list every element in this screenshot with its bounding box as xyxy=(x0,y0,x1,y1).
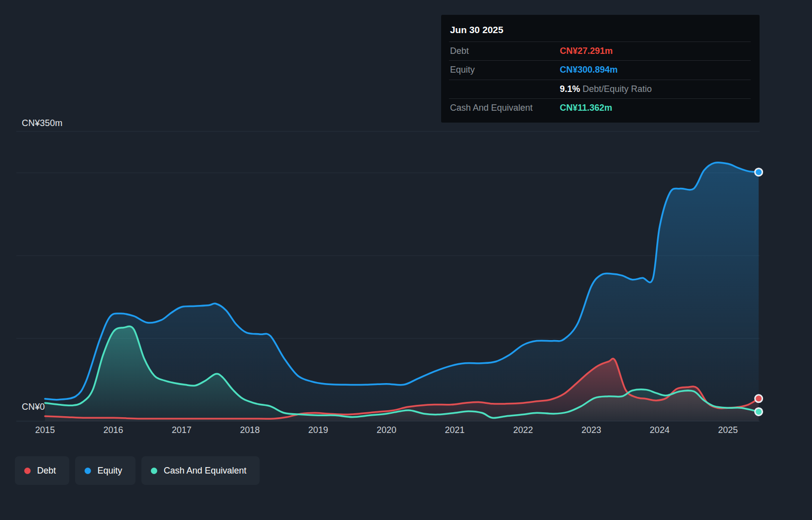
tooltip-debt-value: CN¥27.291m xyxy=(560,45,751,57)
x-axis-label: 2023 xyxy=(576,425,607,435)
legend: Debt Equity Cash And Equivalent xyxy=(15,456,260,485)
debt-color-dot-icon xyxy=(24,468,31,474)
y-axis-label-max: CN¥350m xyxy=(22,118,62,129)
tooltip-ratio-percent: 9.1% xyxy=(560,84,580,94)
debt-equity-history-chart: CN¥350m CN¥0 201520162017201820192020202… xyxy=(0,0,812,520)
x-axis-label: 2015 xyxy=(29,425,61,435)
x-axis-label: 2022 xyxy=(507,425,539,435)
equity-color-dot-icon xyxy=(85,468,91,474)
tooltip-equity-value: CN¥300.894m xyxy=(560,64,751,76)
x-axis-label: 2025 xyxy=(712,425,744,435)
x-axis-label: 2017 xyxy=(166,425,197,435)
tooltip-ratio-value: 9.1% Debt/Equity Ratio xyxy=(560,84,751,95)
y-axis-label-zero: CN¥0 xyxy=(22,402,45,412)
legend-equity-label: Equity xyxy=(97,466,122,476)
x-axis-label: 2020 xyxy=(371,425,403,435)
tooltip-row-debt: Debt CN¥27.291m xyxy=(449,42,751,60)
x-axis-label: 2021 xyxy=(439,425,471,435)
legend-debt-label: Debt xyxy=(37,466,56,476)
x-axis-label: 2024 xyxy=(644,425,676,435)
x-axis-label: 2018 xyxy=(234,425,266,435)
legend-item-debt[interactable]: Debt xyxy=(15,456,69,485)
tooltip-cash-label: Cash And Equivalent xyxy=(450,102,560,114)
tooltip-cash-value: CN¥11.362m xyxy=(560,102,751,114)
cash-color-dot-icon xyxy=(151,468,157,474)
legend-item-equity[interactable]: Equity xyxy=(75,456,135,485)
x-axis-label: 2019 xyxy=(302,425,334,435)
x-axis-label: 2016 xyxy=(97,425,129,435)
tooltip-row-ratio: 9.1% Debt/Equity Ratio xyxy=(449,80,751,98)
tooltip-row-cash: Cash And Equivalent CN¥11.362m xyxy=(449,98,751,117)
legend-cash-label: Cash And Equivalent xyxy=(164,466,246,476)
chart-tooltip: Jun 30 2025 Debt CN¥27.291m Equity CN¥30… xyxy=(441,15,760,123)
x-axis: 2015201620172018201920202021202220232024… xyxy=(0,425,812,438)
tooltip-date: Jun 30 2025 xyxy=(449,20,751,42)
tooltip-debt-label: Debt xyxy=(450,45,560,57)
tooltip-equity-label: Equity xyxy=(450,64,560,76)
legend-item-cash[interactable]: Cash And Equivalent xyxy=(141,456,260,485)
tooltip-row-equity: Equity CN¥300.894m xyxy=(449,60,751,79)
tooltip-ratio-text: Debt/Equity Ratio xyxy=(580,84,652,94)
